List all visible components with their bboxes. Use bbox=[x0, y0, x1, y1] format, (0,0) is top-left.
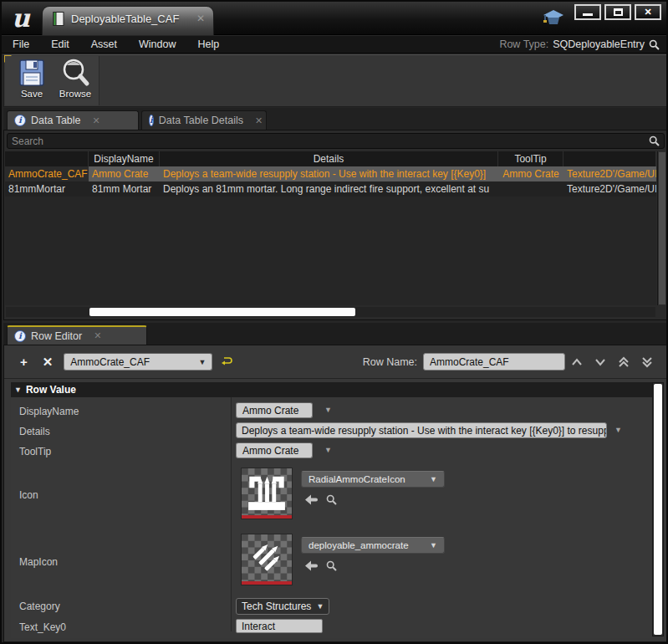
search-icon bbox=[649, 135, 660, 146]
row-editor-scrollbar[interactable] bbox=[652, 382, 664, 636]
save-button[interactable]: Save bbox=[11, 58, 53, 104]
move-row-bottom-button[interactable] bbox=[635, 356, 659, 368]
property-label-textkey0: Text_Key0 bbox=[19, 621, 66, 633]
row-name-input[interactable] bbox=[423, 353, 565, 371]
reset-to-default-icon[interactable] bbox=[221, 356, 232, 367]
expand-triangle-icon: ▼ bbox=[14, 386, 22, 394]
menu-file[interactable]: File bbox=[2, 38, 40, 50]
row-type-search-icon[interactable] bbox=[649, 39, 660, 50]
row-editor-scroll-thumb[interactable] bbox=[654, 384, 662, 635]
row-value-properties: DisplayName Ammo Crate ▼ Details Deploys… bbox=[11, 397, 652, 638]
add-row-button[interactable]: + bbox=[13, 355, 35, 369]
menu-window[interactable]: Window bbox=[128, 38, 186, 50]
row-selector-dropdown[interactable]: AmmoCrate_CAF ▼ bbox=[64, 353, 212, 371]
horizontal-scroll-thumb[interactable] bbox=[89, 308, 355, 316]
property-column-divider[interactable] bbox=[231, 397, 232, 631]
icon-thumbnail[interactable] bbox=[241, 468, 293, 519]
mapicon-asset-tools bbox=[304, 560, 337, 571]
column-header-icon[interactable] bbox=[563, 151, 656, 166]
textkey0-input[interactable] bbox=[236, 619, 323, 633]
column-header-rowname[interactable] bbox=[5, 151, 89, 166]
use-selected-asset-icon[interactable] bbox=[304, 560, 318, 571]
cell-display-name: 81mm Mortar bbox=[89, 181, 160, 197]
column-header-tooltip[interactable]: ToolTip bbox=[498, 151, 563, 166]
minimize-button[interactable] bbox=[574, 4, 601, 20]
cell-display-name: Ammo Crate bbox=[89, 166, 160, 181]
menu-asset[interactable]: Asset bbox=[80, 38, 128, 50]
table-search-box bbox=[7, 133, 665, 149]
cell-row-name: 81mmMortar bbox=[5, 181, 89, 197]
tab-info-icon: i bbox=[14, 330, 26, 342]
tooltip-value: Ammo Crate bbox=[242, 445, 298, 457]
browse-button-label: Browse bbox=[59, 89, 91, 99]
move-row-down-button[interactable] bbox=[589, 357, 612, 367]
tooltip-dropdown-icon[interactable]: ▼ bbox=[324, 446, 332, 454]
chevron-down-icon: ▼ bbox=[316, 602, 324, 611]
tab-data-table-close-icon[interactable]: ✕ bbox=[93, 115, 100, 126]
icon-asset-name: RadialAmmoCrateIcon bbox=[309, 474, 405, 484]
property-label-tooltip: ToolTip bbox=[19, 446, 51, 457]
table-vertical-scrollbar[interactable] bbox=[657, 151, 666, 305]
browse-to-asset-icon[interactable] bbox=[326, 494, 337, 505]
table-header-row: DisplayName Details ToolTip bbox=[5, 151, 656, 166]
browse-button[interactable]: Browse bbox=[54, 58, 96, 104]
table-row-ammocrate[interactable]: AmmoCrate_CAF Ammo Crate Deploys a team-… bbox=[5, 166, 656, 181]
chevron-down-icon: ▼ bbox=[430, 475, 437, 483]
tab-row-editor[interactable]: i Row Editor ✕ bbox=[7, 325, 147, 345]
tab-row-editor-label: Row Editor bbox=[31, 330, 82, 342]
category-dropdown[interactable]: Tech Structures ▼ bbox=[236, 598, 329, 615]
details-dropdown-icon[interactable]: ▼ bbox=[614, 426, 622, 434]
tooltip-value-field[interactable]: Ammo Crate bbox=[236, 442, 313, 458]
menu-edit[interactable]: Edit bbox=[40, 38, 80, 50]
move-row-top-button[interactable] bbox=[612, 356, 635, 368]
category-value: Tech Structures bbox=[242, 601, 311, 612]
details-value-field[interactable]: Deploys a team-wide resupply station - U… bbox=[236, 422, 607, 438]
use-selected-asset-icon[interactable] bbox=[304, 494, 318, 505]
window-controls: ✕ bbox=[574, 4, 661, 20]
row-selector-value: AmmoCrate_CAF bbox=[70, 356, 150, 368]
mapicon-asset-dropdown[interactable]: deployable_ammocrate ▼ bbox=[301, 537, 445, 554]
row-editor-toolbar: + ✕ AmmoCrate_CAF ▼ Row Name: bbox=[4, 345, 667, 379]
tab-data-table-details-close-icon[interactable]: ✕ bbox=[255, 115, 263, 126]
tab-row-editor-close-icon[interactable]: ✕ bbox=[94, 330, 101, 341]
cell-details: Deploys an 81mm mortar. Long range indir… bbox=[160, 181, 498, 197]
cell-tooltip bbox=[498, 181, 563, 197]
delete-row-button[interactable]: ✕ bbox=[35, 355, 61, 370]
property-label-displayname: DisplayName bbox=[19, 406, 79, 417]
cell-tooltip: Ammo Crate bbox=[498, 166, 563, 181]
maximize-button[interactable] bbox=[604, 4, 631, 20]
cell-icon-path: Texture2D'/Game/UI/ bbox=[563, 181, 656, 197]
map-ammo-glyph-icon bbox=[242, 534, 292, 581]
row-type-value: SQDeployableEntry bbox=[553, 38, 645, 50]
menu-help[interactable]: Help bbox=[186, 38, 230, 50]
asset-toolbar: Save Browse bbox=[3, 54, 668, 107]
close-button[interactable]: ✕ bbox=[635, 4, 661, 20]
icon-asset-dropdown[interactable]: RadialAmmoCrateIcon ▼ bbox=[301, 471, 445, 488]
table-search-input[interactable] bbox=[12, 135, 649, 147]
asset-tab-close-icon[interactable]: ✕ bbox=[196, 13, 205, 24]
chevron-down-icon: ▼ bbox=[430, 541, 437, 549]
displayname-dropdown-icon[interactable]: ▼ bbox=[324, 406, 332, 414]
property-label-icon: Icon bbox=[19, 489, 38, 501]
row-value-section-header[interactable]: ▼ Row Value bbox=[11, 382, 652, 397]
browse-to-asset-icon[interactable] bbox=[326, 560, 337, 571]
row-value-title: Row Value bbox=[26, 384, 76, 396]
column-header-displayname[interactable]: DisplayName bbox=[89, 151, 160, 166]
move-row-up-button[interactable] bbox=[565, 357, 589, 367]
mapicon-thumbnail[interactable] bbox=[241, 534, 293, 585]
row-name-label: Row Name: bbox=[363, 356, 417, 368]
document-tab-strip: i Data Table ✕ i Data Table Details ✕ bbox=[3, 108, 668, 130]
column-header-details[interactable]: Details bbox=[160, 151, 498, 166]
title-bar[interactable]: u DeployableTable_CAF ✕ ✕ bbox=[2, 2, 666, 35]
table-row-81mmmortar[interactable]: 81mmMortar 81mm Mortar Deploys an 81mm m… bbox=[5, 181, 656, 197]
tab-data-table-details-label: Data Table Details bbox=[159, 115, 243, 126]
table-horizontal-scrollbar[interactable] bbox=[6, 307, 655, 317]
row-editor-tab-strip: i Row Editor ✕ bbox=[3, 323, 668, 345]
cell-details: Deploys a team-wide resupply station - U… bbox=[160, 166, 498, 181]
asset-editor-tab[interactable]: DeployableTable_CAF ✕ bbox=[42, 6, 214, 35]
tab-data-table[interactable]: i Data Table ✕ bbox=[7, 110, 139, 130]
displayname-value-field[interactable]: Ammo Crate bbox=[236, 402, 313, 418]
tab-data-table-details[interactable]: i Data Table Details ✕ bbox=[141, 110, 267, 130]
tutorial-cap-icon[interactable] bbox=[543, 8, 564, 27]
browse-magnifier-icon bbox=[59, 58, 91, 88]
